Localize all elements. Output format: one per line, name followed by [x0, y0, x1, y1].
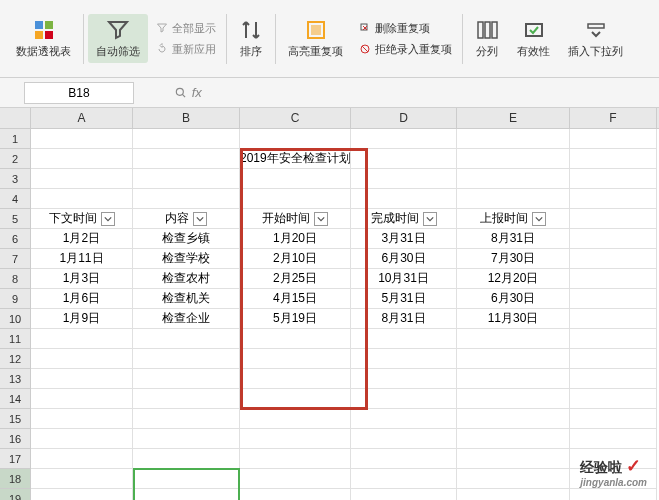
cell[interactable] [240, 129, 351, 149]
cell[interactable] [457, 129, 570, 149]
cell[interactable] [133, 169, 240, 189]
cell[interactable] [570, 289, 657, 309]
cell[interactable] [133, 129, 240, 149]
name-box[interactable] [24, 82, 134, 104]
cell[interactable] [133, 389, 240, 409]
cell[interactable] [351, 369, 457, 389]
cell[interactable]: 1月20日 [240, 229, 351, 249]
cell[interactable]: 10月31日 [351, 269, 457, 289]
filter-dropdown-icon[interactable] [101, 212, 115, 226]
row-header-2[interactable]: 2 [0, 149, 31, 169]
cell[interactable] [240, 469, 351, 489]
row-header-5[interactable]: 5 [0, 209, 31, 229]
cell[interactable] [240, 489, 351, 500]
cell[interactable] [570, 429, 657, 449]
cell[interactable] [240, 349, 351, 369]
cell[interactable] [457, 369, 570, 389]
col-header-B[interactable]: B [133, 108, 240, 128]
row-header-15[interactable]: 15 [0, 409, 31, 429]
reject-dup-button[interactable]: 拒绝录入重复项 [353, 40, 458, 59]
cell[interactable] [31, 389, 133, 409]
row-header-1[interactable]: 1 [0, 129, 31, 149]
row-header-3[interactable]: 3 [0, 169, 31, 189]
cell[interactable] [240, 369, 351, 389]
cell[interactable] [457, 489, 570, 500]
cell[interactable] [240, 429, 351, 449]
cell[interactable] [457, 329, 570, 349]
cell[interactable] [240, 409, 351, 429]
cell[interactable]: 6月30日 [351, 249, 457, 269]
cell[interactable] [133, 149, 240, 169]
cell[interactable] [31, 489, 133, 500]
cell[interactable] [133, 469, 240, 489]
col-header-E[interactable]: E [457, 108, 570, 128]
row-header-4[interactable]: 4 [0, 189, 31, 209]
cell[interactable]: 4月15日 [240, 289, 351, 309]
cell[interactable]: 3月31日 [351, 229, 457, 249]
row-header-12[interactable]: 12 [0, 349, 31, 369]
cell[interactable]: 下文时间 [31, 209, 133, 229]
cell[interactable]: 8月31日 [457, 229, 570, 249]
cell[interactable] [351, 329, 457, 349]
cell[interactable] [457, 189, 570, 209]
select-all-corner[interactable] [0, 108, 31, 128]
cell[interactable] [570, 129, 657, 149]
cell[interactable] [133, 349, 240, 369]
validation-button[interactable]: 有效性 [509, 14, 558, 63]
cell[interactable] [133, 409, 240, 429]
cell[interactable] [457, 429, 570, 449]
cell[interactable] [570, 389, 657, 409]
cell[interactable]: 检查乡镇 [133, 229, 240, 249]
reapply-button[interactable]: 重新应用 [150, 40, 222, 59]
cell[interactable]: 5月19日 [240, 309, 351, 329]
cell[interactable]: 6月30日 [457, 289, 570, 309]
col-header-F[interactable]: F [570, 108, 657, 128]
autofilter-button[interactable]: 自动筛选 [88, 14, 148, 63]
row-header-10[interactable]: 10 [0, 309, 31, 329]
cell[interactable] [133, 329, 240, 349]
cell[interactable] [31, 149, 133, 169]
cell[interactable] [240, 449, 351, 469]
cell[interactable] [570, 209, 657, 229]
cell[interactable] [570, 269, 657, 289]
cell[interactable] [351, 389, 457, 409]
cell[interactable] [570, 309, 657, 329]
filter-dropdown-icon[interactable] [193, 212, 207, 226]
sort-button[interactable]: 排序 [231, 14, 271, 63]
cell[interactable]: 2月10日 [240, 249, 351, 269]
cell[interactable] [31, 409, 133, 429]
col-header-C[interactable]: C [240, 108, 351, 128]
cell[interactable]: 1月6日 [31, 289, 133, 309]
cell[interactable] [31, 189, 133, 209]
cell[interactable] [240, 389, 351, 409]
cell[interactable]: 完成时间 [351, 209, 457, 229]
col-header-D[interactable]: D [351, 108, 457, 128]
cell[interactable] [133, 369, 240, 389]
pivot-table-button[interactable]: 数据透视表 [8, 14, 79, 63]
cell[interactable] [570, 149, 657, 169]
cell[interactable] [457, 409, 570, 429]
cell[interactable] [133, 489, 240, 500]
filter-dropdown-icon[interactable] [532, 212, 546, 226]
text-to-columns-button[interactable]: 分列 [467, 14, 507, 63]
cell[interactable] [240, 169, 351, 189]
cell[interactable]: 2019年安全检查计划 [240, 149, 351, 169]
fx-icon[interactable]: fx [174, 85, 202, 101]
row-header-7[interactable]: 7 [0, 249, 31, 269]
cell[interactable]: 5月31日 [351, 289, 457, 309]
cell[interactable] [457, 449, 570, 469]
cell[interactable]: 11月30日 [457, 309, 570, 329]
cell[interactable] [351, 349, 457, 369]
cell[interactable] [457, 149, 570, 169]
cell[interactable] [570, 329, 657, 349]
row-header-13[interactable]: 13 [0, 369, 31, 389]
row-header-16[interactable]: 16 [0, 429, 31, 449]
cell[interactable] [351, 129, 457, 149]
cell[interactable]: 12月20日 [457, 269, 570, 289]
cell[interactable]: 开始时间 [240, 209, 351, 229]
row-header-8[interactable]: 8 [0, 269, 31, 289]
cell[interactable] [31, 429, 133, 449]
row-header-6[interactable]: 6 [0, 229, 31, 249]
cell[interactable] [351, 489, 457, 500]
cell[interactable] [133, 189, 240, 209]
